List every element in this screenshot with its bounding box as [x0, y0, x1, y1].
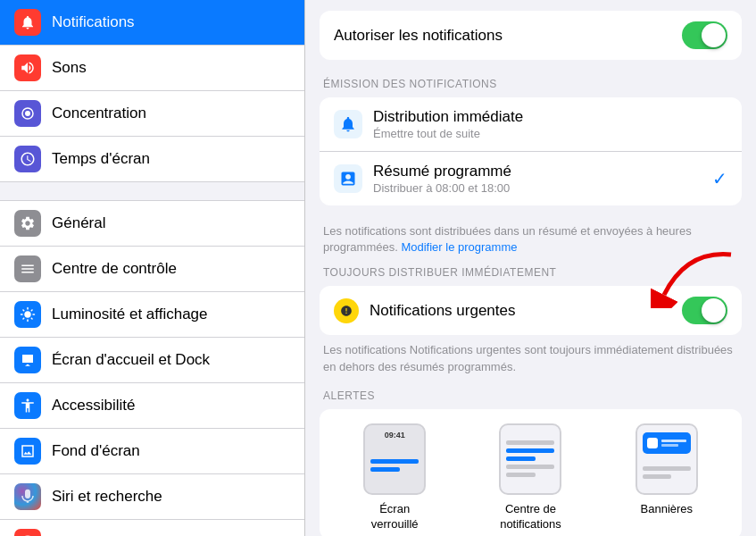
fond-label: Fond d'écran [52, 442, 140, 460]
sidebar-item-notifications[interactable]: Notifications [0, 0, 304, 46]
alerts-card: 09:41 Écran verrouillé [320, 409, 742, 536]
sidebar-item-siri[interactable]: Siri et recherche [0, 474, 304, 520]
alerts-section-title: ALERTES [320, 389, 742, 402]
centre-notifications-option[interactable]: Centre denotifications [490, 423, 570, 532]
resume-title: Résumé programmé [373, 163, 705, 180]
notifications-icon [14, 9, 41, 36]
temps-label: Temps d'écran [52, 150, 150, 168]
ecran-label: Écran d'accueil et Dock [52, 351, 210, 369]
screen-line-accent [370, 459, 419, 464]
ecran-verrouille-option[interactable]: 09:41 Écran verrouillé [354, 423, 435, 532]
line2 [506, 448, 554, 453]
main-content: Autoriser les notifications ÉMISSION DES… [305, 0, 756, 536]
distribution-subtitle: Émettre tout de suite [373, 127, 727, 140]
sidebar-group-1: Notifications Sons Concentration [0, 0, 304, 182]
fond-icon [14, 438, 41, 465]
banniere-line1 [643, 466, 691, 471]
centre-label: Centre de contrôle [52, 260, 177, 278]
sons-label: Sons [52, 59, 87, 77]
distribution-item[interactable]: Distribution immédiate Émettre tout de s… [320, 97, 742, 152]
luminosite-icon [14, 301, 41, 328]
accessibilite-label: Accessibilité [52, 397, 136, 415]
temps-icon [14, 146, 41, 172]
concentration-label: Concentration [52, 105, 146, 122]
sidebar-item-temps[interactable]: Temps d'écran [0, 137, 304, 182]
urgent-dot [334, 298, 359, 323]
sidebar-item-luminosite[interactable]: Luminosité et affichage [0, 292, 304, 338]
line1 [506, 440, 554, 445]
modifier-programme-link[interactable]: Modifier le programme [401, 240, 517, 254]
line3 [506, 456, 535, 461]
sidebar-item-general[interactable]: Général [0, 200, 304, 247]
line5 [506, 473, 535, 477]
concentration-icon [14, 100, 41, 127]
centre-notifications-icon [499, 423, 561, 495]
general-label: Général [52, 214, 105, 232]
ecran-icon [14, 347, 41, 373]
allow-notifications-label: Autoriser les notifications [334, 27, 503, 45]
sidebar-group-2: Général Centre de contrôle Luminosité et… [0, 200, 304, 536]
sidebar-item-fond[interactable]: Fond d'écran [0, 429, 304, 474]
urgent-label: Notifications urgentes [370, 302, 682, 320]
siri-label: Siri et recherche [52, 488, 162, 506]
accessibilite-icon [14, 392, 41, 419]
screen-time: 09:41 [385, 431, 405, 440]
resume-subtitle: Distribuer à 08:00 et 18:00 [373, 181, 705, 195]
sidebar-item-sons[interactable]: Sons [0, 46, 304, 91]
notifications-label: Notifications [52, 13, 135, 31]
allow-notifications-toggle[interactable] [682, 21, 727, 49]
centre-icon [14, 255, 41, 282]
siri-icon [14, 483, 41, 510]
resume-icon [334, 164, 362, 193]
sons-icon [14, 54, 41, 81]
ecran-verrouille-label: Écran verrouillé [354, 502, 435, 532]
resume-item[interactable]: Résumé programmé Distribuer à 08:00 et 1… [320, 152, 742, 205]
distribution-title: Distribution immédiate [373, 108, 727, 126]
screen-line-short [370, 467, 399, 472]
line4 [506, 465, 554, 469]
emission-section-title: ÉMISSION DES NOTIFICATIONS [320, 78, 742, 90]
ecran-verrouille-icon: 09:41 [363, 423, 426, 495]
red-arrow [651, 246, 740, 308]
resume-checkmark: ✓ [712, 168, 727, 189]
general-icon [14, 210, 41, 237]
sidebar-item-ecran[interactable]: Écran d'accueil et Dock [0, 338, 304, 383]
allow-notifications-row: Autoriser les notifications [320, 11, 742, 60]
resume-text: Résumé programmé Distribuer à 08:00 et 1… [373, 163, 705, 195]
bannieres-label: Bannières [641, 502, 694, 517]
urgent-row: Notifications urgentes [320, 286, 742, 335]
centre-notifications-label: Centre denotifications [500, 502, 561, 532]
emission-card: Distribution immédiate Émettre tout de s… [320, 97, 742, 205]
distribution-text: Distribution immédiate Émettre tout de s… [373, 108, 727, 140]
bannieres-option[interactable]: Bannières [627, 423, 707, 532]
sidebar-item-centre[interactable]: Centre de contrôle [0, 247, 304, 292]
luminosite-label: Luminosité et affichage [52, 306, 208, 323]
sidebar-item-touch[interactable]: Touch ID et code [0, 520, 304, 536]
sidebar-item-concentration[interactable]: Concentration [0, 91, 304, 137]
bannieres-icon [636, 423, 698, 495]
touch-icon [14, 529, 41, 536]
banniere-line2 [643, 474, 671, 479]
sidebar-item-accessibilite[interactable]: Accessibilité [0, 383, 304, 429]
distribution-icon [334, 110, 362, 138]
sidebar: Notifications Sons Concentration [0, 0, 305, 536]
urgent-info: Les notifications Notifications urgentes… [320, 342, 742, 385]
